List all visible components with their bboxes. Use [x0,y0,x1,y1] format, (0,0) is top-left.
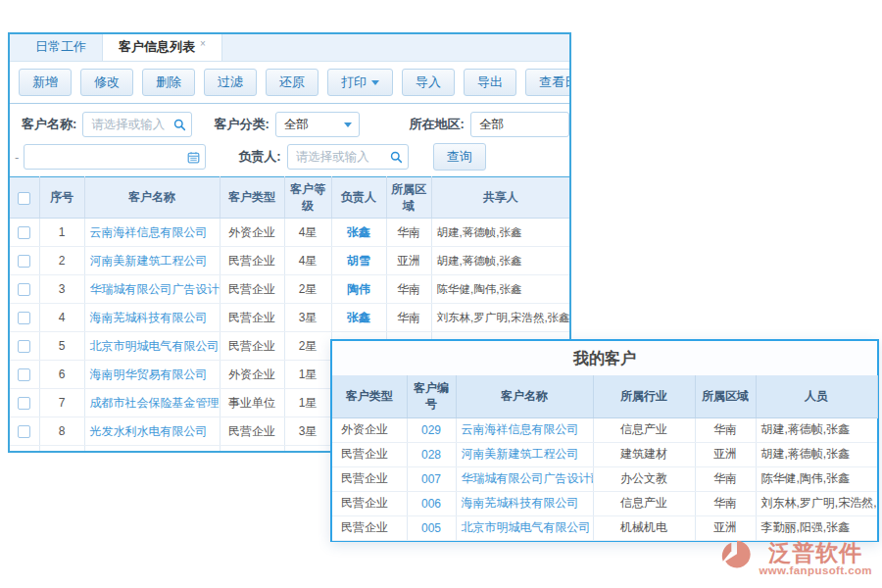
customer-name-link[interactable]: 北京市明城电气有限公司 [462,520,591,534]
cell-industry: 办公文教 [593,466,695,491]
region-select-value: 全部 [479,117,504,133]
my-customer-row[interactable]: 民营企业 006 海南芜城科技有限公司 信息产业 华南 刘东林,罗广明,宋浩然,… [332,491,877,515]
customer-name-link[interactable]: 云南海祥信息有限公司 [462,422,579,436]
customer-name-link[interactable]: 北京市明城电气有限公司 [90,339,220,353]
cell-region: 华南 [386,304,431,332]
cell-type: 民营企业 [220,446,284,454]
customer-name-link[interactable]: 华瑞城有限公司广告设计部 [90,282,220,296]
cell-grade: 2星 [284,275,331,304]
cell-share: 陈华健,陶伟,张鑫 [431,275,569,304]
tab-customer-list-label: 客户信息列表 [119,39,195,54]
search-icon[interactable] [173,118,186,135]
cell-grade: 1星 [284,389,331,417]
customer-name-link[interactable]: 河南美新建筑工程公司 [90,254,208,268]
customer-name-link[interactable]: 海南芜城科技有限公司 [462,496,579,510]
table-row[interactable]: 2 河南美新建筑工程公司 民营企业 4星 胡雪 亚洲 胡建,蒋德帧,张鑫 [10,247,569,275]
customer-category-label: 客户分类: [214,116,269,133]
add-button[interactable]: 新增 [19,69,72,96]
chevron-down-icon [371,80,379,85]
header-name: 客户名称 [84,177,220,219]
cell-region: 华南 [695,466,756,491]
cell-grade: 1星 [284,361,331,389]
customer-name-link[interactable]: 海南明华贸易有限公司 [90,368,208,381]
row-checkbox[interactable] [18,340,30,353]
table-header-row: 序号 客户名称 客户类型 客户等级 负责人 所属区域 共享人 [10,177,569,219]
owner-filter-label: 负责人: [238,148,280,166]
header-owner: 负责人 [331,177,386,219]
cell-type: 民营企业 [332,442,407,466]
tab-close-icon[interactable]: × [200,38,206,49]
owner-link[interactable]: 张鑫 [347,225,370,239]
cell-industry: 机械机电 [593,515,695,540]
customer-code-link[interactable]: 006 [421,497,441,511]
tab-daily-work[interactable]: 日常工作 [20,32,102,61]
import-button[interactable]: 导入 [402,69,455,96]
owner-link[interactable]: 胡雪 [347,254,370,268]
my-customers-panel: 我的客户 客户类型 客户编号 客户名称 所属行业 所属区域 人员 外资企业 02… [330,339,879,542]
customer-name-link[interactable]: 河南美新建筑工程公司 [462,447,579,461]
date-range-dash: - [15,150,19,165]
owner-link[interactable]: 张鑫 [347,311,370,324]
date-input[interactable] [24,144,206,170]
cell-share: 胡建,蒋德帧,张鑫 [431,247,569,275]
customer-name-link[interactable]: 龙宇工程机械有限公司 [90,453,208,454]
customer-code-link[interactable]: 007 [421,472,441,486]
table-row[interactable]: 1 云南海祥信息有限公司 外资企业 4星 张鑫 华南 胡建,蒋德帧,张鑫 [10,219,569,247]
search-icon[interactable] [390,150,403,168]
header-share: 共享人 [431,177,569,219]
my-customer-row[interactable]: 民营企业 028 河南美新建筑工程公司 建筑建材 亚洲 胡建,蒋德帧,张鑫 [332,442,877,466]
customer-name-link[interactable]: 光发水利水电有限公司 [90,424,208,438]
customer-name-link[interactable]: 海南芜城科技有限公司 [90,311,208,324]
export-button[interactable]: 导出 [464,69,516,96]
owner-link[interactable]: 陶伟 [347,282,370,296]
calendar-icon[interactable] [187,150,200,168]
my-customer-row[interactable]: 外资企业 029 云南海祥信息有限公司 信息产业 华南 胡建,蒋德帧,张鑫 [332,417,877,442]
restore-button[interactable]: 还原 [266,69,318,96]
edit-button[interactable]: 修改 [80,69,133,96]
tab-customer-list[interactable]: 客户信息列表× [102,32,222,61]
fanpu-logo: 泛普软件 www.fanpusoft.com [718,537,872,580]
select-all-checkbox[interactable] [18,192,30,205]
cell-region: 华南 [386,219,431,247]
row-checkbox[interactable] [18,226,30,239]
cell-staff: 陈华健,陶伟,张鑫 [756,466,877,491]
row-checkbox[interactable] [18,283,30,296]
toolbar: 新增 修改 删除 过滤 还原 打印 导入 导出 查看日志 [10,62,569,104]
cell-grade: 4星 [284,247,331,275]
customer-category-select[interactable]: 全部 [275,112,360,137]
customer-code-link[interactable]: 028 [421,448,441,462]
region-filter-label: 所在地区: [410,116,465,133]
cell-type: 事业单位 [220,389,284,417]
print-button[interactable]: 打印 [327,69,393,96]
table-row[interactable]: 4 海南芜城科技有限公司 民营企业 3星 张鑫 华南 刘东林,罗广明,宋浩然,张… [10,304,569,332]
customer-code-link[interactable]: 029 [421,423,441,437]
row-checkbox[interactable] [18,425,30,438]
row-checkbox[interactable] [18,255,30,268]
cell-staff: 胡建,蒋德帧,张鑫 [756,417,877,442]
row-checkbox[interactable] [18,368,30,381]
cell-grade: 3星 [284,417,331,446]
view-log-button[interactable]: 查看日志 [525,69,571,96]
region-select[interactable]: 全部 [470,112,569,137]
customer-name-link[interactable]: 云南海祥信息有限公司 [90,225,208,239]
query-button[interactable]: 查询 [433,143,486,171]
customer-name-link[interactable]: 成都市社会保险基金管理... [90,396,220,410]
customer-code-link[interactable]: 005 [421,521,441,535]
cell-grade: 2星 [284,332,331,361]
my-customer-row[interactable]: 民营企业 007 华瑞城有限公司广告设计部 办公文教 华南 陈华健,陶伟,张鑫 [332,466,877,491]
customer-name-link[interactable]: 华瑞城有限公司广告设计部 [462,471,594,485]
my-customers-header-row: 客户类型 客户编号 客户名称 所属行业 所属区域 人员 [332,375,877,417]
row-checkbox[interactable] [18,397,30,410]
cell-grade: 4星 [284,219,331,247]
ov-header-industry: 所属行业 [593,375,695,417]
cell-no: 7 [39,389,84,417]
delete-button[interactable]: 删除 [142,69,195,96]
cell-type: 民营企业 [220,275,284,304]
cell-share: 刘东林,罗广明,宋浩然,张鑫 [431,304,569,332]
filter-button[interactable]: 过滤 [204,69,257,96]
table-row[interactable]: 3 华瑞城有限公司广告设计部 民营企业 2星 陶伟 华南 陈华健,陶伟,张鑫 [10,275,569,304]
header-region: 所属区域 [386,177,431,219]
chevron-down-icon [344,122,352,127]
row-checkbox[interactable] [18,312,30,324]
cell-region: 亚洲 [386,247,431,275]
